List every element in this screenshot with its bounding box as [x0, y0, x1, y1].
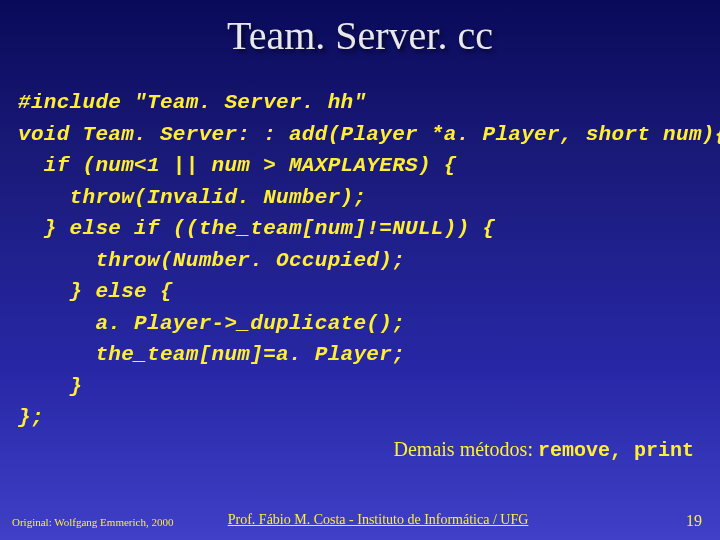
footer-author: Original: Wolfgang Emmerich, 2000 — [12, 516, 173, 528]
annotation: Demais métodos: remove, print — [394, 438, 694, 462]
annotation-label: Demais métodos: — [394, 438, 538, 460]
code-line: } — [18, 375, 83, 398]
code-block: #include "Team. Server. hh" void Team. S… — [18, 87, 702, 434]
page-number: 19 — [686, 512, 702, 530]
code-line: a. Player->_duplicate(); — [18, 312, 405, 335]
code-line: throw(Number. Occupied); — [18, 249, 405, 272]
code-line: void Team. Server: : add(Player *a. Play… — [18, 123, 720, 146]
code-line: } else { — [18, 280, 173, 303]
code-line: #include "Team. Server. hh" — [18, 91, 366, 114]
code-line: the_team[num]=a. Player; — [18, 343, 405, 366]
slide-title: Team. Server. cc — [18, 12, 702, 59]
code-line: throw(Invalid. Number); — [18, 186, 366, 209]
footer-affiliation: Prof. Fábio M. Costa - Instituto de Info… — [228, 512, 529, 528]
slide: Team. Server. cc #include "Team. Server.… — [0, 0, 720, 540]
code-line: } else if ((the_team[num]!=NULL)) { — [18, 217, 495, 240]
code-line: }; — [18, 406, 44, 429]
annotation-methods: remove, print — [538, 439, 694, 462]
code-line: if (num<1 || num > MAXPLAYERS) { — [18, 154, 457, 177]
footer: Original: Wolfgang Emmerich, 2000 Prof. … — [0, 512, 720, 530]
